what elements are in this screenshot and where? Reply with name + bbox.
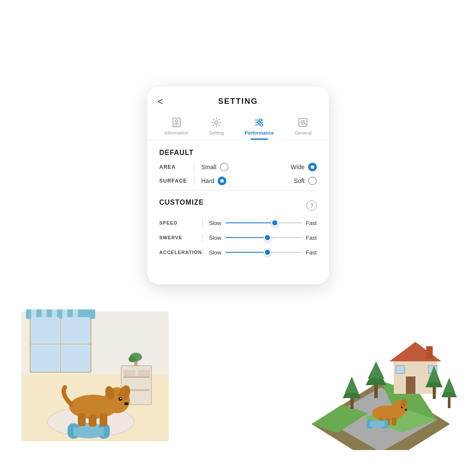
svg-point-84: [259, 119, 262, 122]
tab-general[interactable]: General: [290, 114, 316, 140]
svg-rect-16: [123, 376, 149, 378]
outdoor-scene: [299, 286, 463, 450]
svg-rect-29: [74, 428, 104, 436]
performance-icon: [253, 116, 265, 129]
svg-rect-77: [370, 421, 385, 427]
tab-bar: Information Setting: [147, 110, 329, 140]
acceleration-divider: [203, 248, 203, 256]
tab-general-label: General: [295, 130, 312, 135]
surface-soft-radio[interactable]: [308, 177, 317, 185]
speed-fast-label: Fast: [306, 220, 317, 226]
swerve-fast-label: Fast: [306, 235, 317, 241]
tab-performance[interactable]: Performance: [240, 114, 278, 140]
svg-rect-38: [89, 415, 96, 427]
card-header: < SETTING: [147, 87, 329, 110]
svg-point-68: [405, 409, 407, 411]
surface-soft-option[interactable]: Soft: [294, 177, 317, 185]
svg-marker-53: [368, 361, 384, 379]
svg-point-67: [402, 406, 403, 407]
information-icon: [170, 116, 183, 129]
swerve-label: SWERVE: [159, 235, 203, 240]
scene-container: < SETTING Information: [0, 0, 476, 476]
svg-point-90: [261, 124, 263, 126]
svg-rect-60: [448, 396, 450, 408]
acceleration-thumb[interactable]: [264, 248, 271, 256]
svg-marker-62: [443, 378, 455, 392]
area-small-option[interactable]: Small: [201, 163, 228, 171]
speed-slider-row: SPEED Slow Fast: [159, 219, 317, 227]
svg-rect-49: [396, 366, 405, 373]
section-divider: [159, 190, 317, 191]
acceleration-track: [225, 252, 302, 253]
speed-track: [225, 222, 302, 223]
svg-rect-37: [78, 413, 86, 426]
svg-rect-13: [32, 345, 59, 371]
swerve-thumb[interactable]: [264, 234, 271, 241]
default-section-title: DEFAULT: [159, 149, 317, 157]
svg-point-36: [124, 402, 129, 405]
svg-rect-39: [100, 413, 107, 426]
tab-information[interactable]: Information: [160, 114, 193, 140]
svg-rect-51: [374, 383, 378, 398]
area-small-radio[interactable]: [220, 163, 228, 171]
surface-divider: [194, 177, 194, 185]
card-content: DEFAULT AREA Small Wide: [147, 140, 329, 271]
area-wide-label: Wide: [291, 164, 305, 170]
svg-point-87: [257, 121, 260, 124]
back-button[interactable]: <: [158, 96, 163, 107]
area-setting-row: AREA Small Wide: [159, 163, 317, 171]
svg-rect-18: [123, 370, 135, 376]
customize-header: CUSTOMIZE ?: [159, 199, 317, 212]
svg-point-35: [120, 398, 122, 399]
swerve-slider-row: SWERVE Slow Fast: [159, 233, 317, 242]
tab-setting-label: Setting: [209, 130, 224, 135]
help-button[interactable]: ?: [306, 200, 317, 211]
acceleration-fast-label: Fast: [306, 249, 317, 256]
speed-fill: [225, 222, 275, 223]
surface-hard-radio[interactable]: [218, 177, 226, 185]
surface-soft-label: Soft: [294, 177, 305, 184]
svg-rect-48: [406, 376, 415, 394]
area-divider: [194, 163, 194, 171]
page-title: SETTING: [218, 97, 258, 106]
area-label: AREA: [159, 164, 194, 170]
acceleration-track-container: [225, 248, 302, 257]
area-small-label: Small: [201, 164, 216, 170]
speed-label: SPEED: [159, 220, 203, 225]
svg-rect-12: [62, 317, 90, 343]
indoor-scene: [13, 286, 177, 450]
swerve-divider: [203, 234, 203, 241]
svg-rect-11: [32, 317, 59, 343]
acceleration-slider-row: ACCELERATION Slow Fast: [159, 248, 317, 257]
setting-icon: [210, 116, 222, 129]
acceleration-label: ACCELERATION: [159, 250, 203, 255]
speed-slow-label: Slow: [209, 220, 221, 226]
tab-information-label: Information: [164, 130, 188, 135]
area-wide-radio[interactable]: [308, 163, 317, 171]
surface-hard-option[interactable]: Hard: [201, 177, 226, 185]
phone-card: < SETTING Information: [147, 87, 329, 284]
tab-setting[interactable]: Setting: [205, 114, 228, 140]
area-radio-group: Small Wide: [201, 163, 317, 171]
svg-rect-71: [392, 418, 396, 425]
svg-rect-19: [138, 370, 150, 376]
tab-performance-label: Performance: [244, 130, 273, 135]
surface-hard-label: Hard: [201, 177, 214, 184]
svg-marker-56: [345, 376, 359, 393]
speed-thumb[interactable]: [271, 219, 279, 227]
surface-setting-row: SURFACE Hard Soft: [159, 177, 317, 185]
svg-point-22: [129, 356, 136, 362]
surface-label: SURFACE: [159, 178, 194, 184]
acceleration-slow-label: Slow: [209, 249, 221, 256]
svg-point-66: [401, 406, 403, 408]
area-wide-option[interactable]: Wide: [291, 163, 317, 171]
svg-point-79: [175, 120, 178, 122]
speed-track-container: [225, 219, 302, 227]
svg-rect-47: [426, 346, 433, 359]
surface-radio-group: Hard Soft: [201, 177, 317, 185]
speed-divider: [203, 219, 203, 227]
svg-rect-14: [62, 345, 90, 371]
general-icon: [297, 116, 309, 129]
swerve-slow-label: Slow: [209, 235, 221, 241]
svg-point-82: [215, 121, 218, 124]
